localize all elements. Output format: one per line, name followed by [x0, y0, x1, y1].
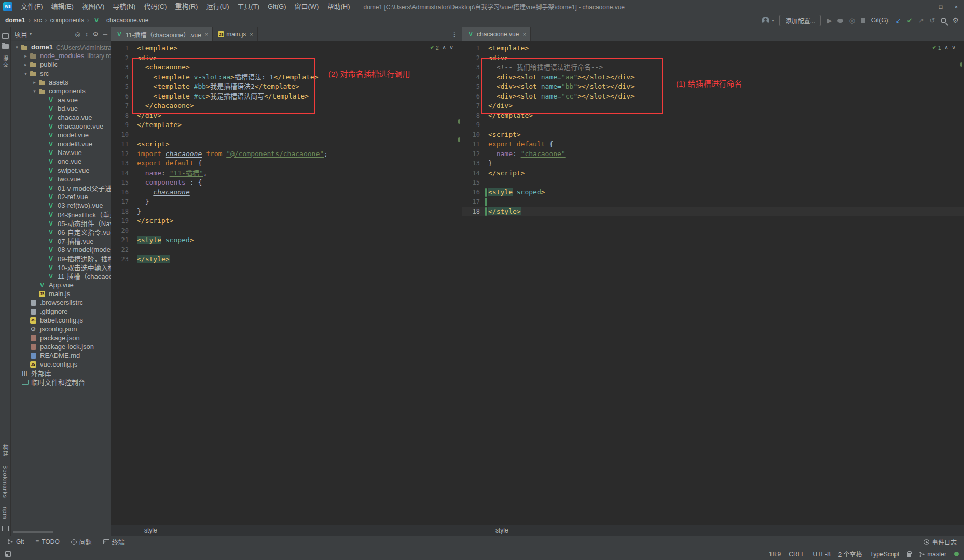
- project-view-dropdown-icon[interactable]: ▾: [30, 32, 32, 36]
- git-commit-icon[interactable]: ✔: [907, 17, 913, 24]
- tree-item[interactable]: Vone.vue: [11, 157, 111, 166]
- breadcrumb-item[interactable]: src: [34, 17, 42, 24]
- tree-item[interactable]: README.md: [11, 351, 111, 360]
- tree-item[interactable]: V06-自定义指令.vue: [11, 228, 111, 236]
- tree-item[interactable]: V02-ref.vue: [11, 192, 111, 201]
- chevron-icon[interactable]: ▾: [31, 89, 38, 94]
- code-line[interactable]: 9</template>: [111, 120, 462, 130]
- tree-item[interactable]: V03-ref(two).vue: [11, 201, 111, 210]
- menu-item[interactable]: 重构(R): [171, 0, 202, 13]
- chevron-icon[interactable]: ▸: [22, 53, 29, 59]
- code-line[interactable]: 16<style scoped>: [462, 188, 964, 198]
- editor-breadcrumb-bar[interactable]: style: [462, 525, 964, 536]
- code-line[interactable]: 13}: [462, 159, 964, 169]
- tree-item[interactable]: ▾src: [11, 69, 111, 78]
- git-branch-widget[interactable]: master: [919, 551, 946, 558]
- toolwindow-git[interactable]: Git: [7, 538, 24, 545]
- language-level[interactable]: TypeScript: [870, 551, 900, 558]
- editor-tab[interactable]: Vchacaoone.vue×: [462, 27, 531, 41]
- user-avatar[interactable]: [762, 17, 769, 24]
- code-line[interactable]: 16 chacaoone: [111, 188, 462, 198]
- code-line[interactable]: 19</script>: [111, 216, 462, 226]
- code-line[interactable]: 18}: [111, 207, 462, 217]
- code-line[interactable]: 20: [111, 226, 462, 236]
- code-line[interactable]: 10: [111, 130, 462, 140]
- code-line[interactable]: 11<script>: [111, 139, 462, 149]
- breadcrumb-item[interactable]: chacaoone.vue: [106, 17, 148, 24]
- menu-item[interactable]: 帮助(H): [323, 0, 354, 13]
- stripe-commit-label[interactable]: 提交: [1, 55, 9, 68]
- tree-item[interactable]: Vchacaoone.vue: [11, 122, 111, 131]
- code-line[interactable]: 22: [111, 245, 462, 255]
- toolwindow-toggle-icon[interactable]: [5, 551, 11, 557]
- stripe-bookmarks-label[interactable]: Bookmarks: [2, 465, 8, 498]
- chevron-icon[interactable]: ▸: [31, 80, 38, 85]
- menu-item[interactable]: 代码(C): [140, 0, 171, 13]
- status-indicator[interactable]: [954, 552, 959, 556]
- tree-item[interactable]: ▾components: [11, 87, 111, 95]
- tree-item[interactable]: Vbd.vue: [11, 104, 111, 113]
- tree-item[interactable]: V04-$nextTick（重点）.vue: [11, 210, 111, 219]
- code-line[interactable]: 14</script>: [462, 169, 964, 178]
- settings-icon[interactable]: ⚙: [952, 16, 959, 24]
- tree-item[interactable]: V05-动态组件（Nav）(swip...: [11, 219, 111, 228]
- readonly-lock-icon[interactable]: [907, 553, 911, 557]
- breadcrumb-item[interactable]: components: [50, 17, 84, 24]
- panel-settings-icon[interactable]: ⚙: [93, 31, 99, 38]
- stripe-npm-label[interactable]: npm: [2, 507, 8, 519]
- minimize-icon[interactable]: ─: [917, 0, 933, 13]
- code-line[interactable]: 1<template>: [462, 44, 964, 53]
- tree-item[interactable]: Vchacao.vue: [11, 113, 111, 122]
- tree-item[interactable]: V09-插槽进阶，插槽命名 (ch...: [11, 254, 111, 263]
- editor-tab[interactable]: JSmain.js×: [213, 27, 257, 41]
- tree-item[interactable]: ▾dome1C:\Users\Administrator\Desktop\自我学…: [11, 43, 111, 51]
- tree-item[interactable]: JSvue.config.js: [11, 360, 111, 369]
- stop-icon[interactable]: [861, 18, 865, 23]
- tree-item[interactable]: VNav.vue: [11, 148, 111, 157]
- tree-item[interactable]: Vmodel8.vue: [11, 139, 111, 148]
- avatar-dropdown-icon[interactable]: ▾: [772, 18, 774, 23]
- code-line[interactable]: 9: [462, 120, 964, 130]
- tree-item[interactable]: 外部库: [11, 369, 111, 377]
- menu-item[interactable]: 导航(N): [108, 0, 140, 13]
- code-line[interactable]: 13export default {: [111, 159, 462, 169]
- code-line[interactable]: 15 components : {: [111, 178, 462, 188]
- tree-item[interactable]: JSbabel.config.js: [11, 316, 111, 325]
- tree-item[interactable]: VApp.vue: [11, 281, 111, 289]
- close-tab-icon[interactable]: ×: [250, 31, 253, 37]
- breadcrumb-item[interactable]: dome1: [5, 17, 25, 24]
- code-line[interactable]: 17: [462, 197, 964, 207]
- add-configuration-button[interactable]: 添加配置...: [779, 15, 821, 26]
- close-tab-icon[interactable]: ×: [522, 31, 526, 37]
- close-icon[interactable]: ×: [948, 0, 964, 13]
- project-view-selector[interactable]: 项目: [14, 29, 27, 39]
- editor-breadcrumb-bar[interactable]: style: [111, 525, 462, 536]
- tree-item[interactable]: V01-v-model父子进行绑定.v...: [11, 184, 111, 192]
- stripe-build-label[interactable]: 构建: [1, 444, 9, 457]
- tree-item[interactable]: ▸node_moduleslibrary root: [11, 51, 111, 60]
- tree-item[interactable]: ▸assets: [11, 78, 111, 87]
- menu-item[interactable]: Git(G): [264, 0, 290, 13]
- tree-item[interactable]: V11-插槽（chacaoone）.vue: [11, 272, 111, 281]
- code-line[interactable]: 23</style>: [111, 255, 462, 264]
- code-line[interactable]: 17 }: [111, 197, 462, 207]
- code-line[interactable]: 12import chacaoone from "@/components/ch…: [111, 149, 462, 159]
- coverage-icon[interactable]: ◎: [849, 17, 855, 24]
- terminal-toolwindow-icon[interactable]: [2, 526, 9, 531]
- horizontal-scrollbar[interactable]: [13, 531, 53, 533]
- tree-item[interactable]: ▸public: [11, 60, 111, 69]
- debug-icon[interactable]: [837, 19, 843, 23]
- tree-item[interactable]: .gitignore: [11, 307, 111, 316]
- tree-item[interactable]: V07-插槽.vue: [11, 236, 111, 245]
- menu-item[interactable]: 视图(V): [78, 0, 108, 13]
- git-update-icon[interactable]: ↙: [896, 17, 901, 24]
- tree-item[interactable]: V08-v-model(model8).vue: [11, 245, 111, 254]
- git-push-icon[interactable]: ↗: [918, 17, 924, 24]
- project-toolwindow-icon[interactable]: [2, 33, 9, 39]
- close-tab-icon[interactable]: ×: [205, 31, 208, 37]
- toolwindow-terminal[interactable]: >_终端: [103, 538, 125, 547]
- code-line[interactable]: 21<style scoped>: [111, 235, 462, 245]
- caret-position[interactable]: 18:9: [769, 551, 781, 558]
- code-line[interactable]: 10<script>: [462, 130, 964, 140]
- file-encoding[interactable]: UTF-8: [813, 551, 831, 558]
